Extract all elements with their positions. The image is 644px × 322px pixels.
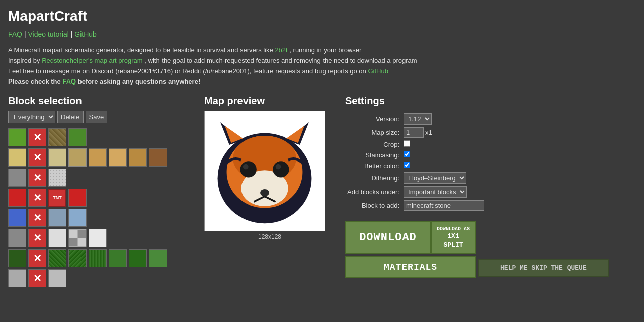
svg-point-13 (260, 189, 269, 196)
better-color-label: Better color: (364, 162, 399, 170)
block-cell[interactable] (109, 148, 127, 167)
block-cell[interactable] (129, 148, 147, 167)
dithering-select[interactable]: Floyd–Steinberg None Ordered (404, 172, 466, 184)
block-selection-title: Block selection (8, 95, 194, 107)
block-row: ✕ TNT (8, 189, 194, 207)
download-as-label: DOWNLOAD AS (437, 226, 470, 232)
nav-video[interactable]: Video tutorial (28, 30, 68, 38)
crop-label: Crop: (383, 141, 399, 148)
block-cell-disabled[interactable]: ✕ (28, 209, 46, 227)
settings-title: Settings (345, 95, 636, 107)
block-cell[interactable] (68, 249, 87, 267)
staircasing-checkbox[interactable] (404, 151, 410, 157)
block-cell[interactable] (8, 128, 26, 146)
block-row: ✕ (8, 269, 194, 287)
block-cell[interactable] (8, 229, 26, 247)
add-blocks-label: Add blocks under: (347, 188, 399, 196)
block-row: ✕ (8, 229, 194, 247)
svg-point-12 (276, 164, 281, 170)
split-1x1-label: 1X1 (447, 232, 459, 241)
block-cell[interactable] (48, 249, 66, 267)
block-cell-disabled[interactable]: ✕ (28, 249, 46, 267)
materials-button[interactable]: MATERIALS (345, 256, 476, 278)
block-cell-disabled[interactable]: ✕ (28, 148, 46, 167)
link-github-2[interactable]: GitHub (368, 67, 388, 75)
block-cell[interactable] (8, 148, 26, 167)
intro-text: A Minecraft mapart schematic generator, … (8, 45, 636, 87)
block-cell-disabled[interactable]: ✕ (28, 269, 46, 287)
block-row: ✕ (8, 128, 194, 146)
block-cell-disabled[interactable]: ✕ (28, 189, 46, 207)
split-label: SPLIT (443, 241, 463, 250)
block-controls: Everything Survival Vanilla Delete Save (8, 111, 194, 123)
block-cell[interactable] (48, 148, 66, 167)
block-cell[interactable] (68, 148, 87, 167)
preview-image (204, 111, 325, 231)
block-to-add-label: Block to add: (362, 202, 399, 209)
block-row: ✕ (8, 249, 194, 267)
block-grid: ✕ ✕ ✕ (8, 128, 194, 287)
block-cell[interactable] (48, 128, 66, 146)
delete-button[interactable]: Delete (57, 111, 84, 123)
block-cell[interactable] (68, 209, 87, 227)
block-cell[interactable] (149, 249, 167, 267)
skip-queue-button[interactable]: HELP ME SKIP THE QUEUE (478, 259, 609, 277)
block-cell[interactable] (68, 189, 87, 207)
settings-panel: Settings Version: 1.12 1.13 1.14 1.15 1.… (345, 95, 636, 278)
link-2b2t[interactable]: 2b2t (275, 46, 287, 54)
block-cell[interactable] (68, 229, 87, 247)
block-cell-disabled[interactable]: ✕ (28, 229, 46, 247)
map-size-x-label: x1 (425, 129, 432, 136)
download-button-group: DOWNLOAD DOWNLOAD AS 1X1 SPLIT (345, 221, 476, 254)
block-cell[interactable] (8, 249, 26, 267)
block-cell[interactable] (149, 148, 167, 167)
block-cell[interactable] (129, 249, 147, 267)
download-split-button[interactable]: DOWNLOAD AS 1X1 SPLIT (431, 221, 476, 254)
settings-table: Version: 1.12 1.13 1.14 1.15 1.16 1.17 1… (345, 111, 486, 213)
svg-point-11 (243, 164, 249, 170)
link-redstone[interactable]: Redstonehelper's map art program (42, 57, 142, 64)
download-button[interactable]: DOWNLOAD (345, 221, 431, 254)
crop-checkbox[interactable] (404, 140, 410, 147)
dithering-label: Dithering: (371, 174, 399, 182)
block-cell[interactable] (8, 189, 26, 207)
block-cell[interactable] (109, 249, 127, 267)
staircasing-label: Staircasing: (365, 151, 399, 159)
version-select[interactable]: 1.12 1.13 1.14 1.15 1.16 1.17 1.18 (404, 113, 432, 125)
block-cell[interactable] (89, 148, 107, 167)
map-size-x-input[interactable] (404, 127, 424, 138)
block-cell[interactable] (89, 229, 107, 247)
version-label: Version: (376, 115, 399, 123)
nav-github[interactable]: GitHub (74, 30, 97, 38)
save-button[interactable]: Save (86, 111, 108, 123)
block-to-add-input[interactable] (404, 200, 484, 211)
block-cell[interactable] (48, 209, 66, 227)
better-color-checkbox[interactable] (404, 162, 410, 168)
block-cell[interactable] (68, 128, 87, 146)
block-selection-panel: Block selection Everything Survival Vani… (8, 95, 194, 287)
add-blocks-select[interactable]: Important blocks All blocks No blocks (404, 186, 467, 198)
nav-links: FAQ | Video tutorial | GitHub (8, 30, 636, 38)
block-cell[interactable] (89, 249, 107, 267)
block-cell[interactable] (48, 269, 66, 287)
svg-point-10 (273, 161, 289, 177)
block-row: ✕ (8, 169, 194, 187)
block-cell-disabled[interactable]: ✕ (28, 128, 46, 146)
preview-size-label: 128x128 (204, 233, 335, 240)
block-cell[interactable]: TNT (48, 189, 66, 207)
block-cell-disabled[interactable]: ✕ (28, 169, 46, 187)
map-preview-panel: Map preview (204, 95, 335, 240)
block-cell[interactable] (8, 209, 26, 227)
block-cell[interactable] (8, 269, 26, 287)
block-category-dropdown[interactable]: Everything Survival Vanilla (8, 111, 55, 123)
block-row: ✕ (8, 209, 194, 227)
block-cell[interactable] (48, 169, 66, 187)
nav-faq[interactable]: FAQ (8, 30, 22, 38)
link-faq-2[interactable]: FAQ (62, 77, 76, 85)
map-preview-title: Map preview (204, 95, 335, 107)
map-size-label: Map size: (371, 129, 399, 136)
block-cell[interactable] (8, 169, 26, 187)
svg-point-9 (240, 161, 256, 177)
app-title: MapartCraft (8, 8, 636, 24)
block-cell[interactable] (48, 229, 66, 247)
